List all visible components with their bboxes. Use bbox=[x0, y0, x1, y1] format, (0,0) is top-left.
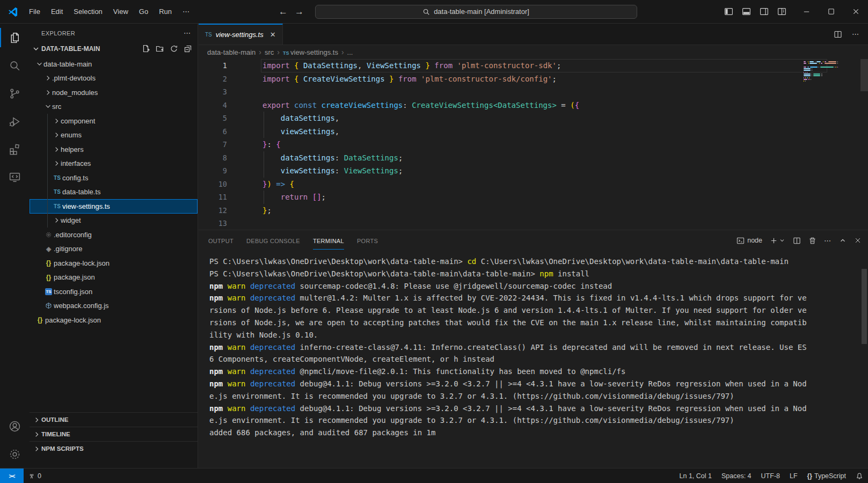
cursor-position[interactable]: Ln 1, Col 1 bbox=[675, 469, 717, 483]
activity-run-debug[interactable] bbox=[0, 107, 30, 135]
menu-item-run[interactable]: Run bbox=[154, 5, 177, 18]
tree-item[interactable]: {}package.json bbox=[30, 270, 198, 285]
minimap[interactable] bbox=[804, 61, 838, 84]
tree-item[interactable]: .plmt-devtools bbox=[30, 71, 198, 86]
terminal-shell-label: node bbox=[747, 237, 762, 244]
menu-item-edit[interactable]: Edit bbox=[46, 5, 68, 18]
code-line: 4export const createViewSettings: Create… bbox=[199, 99, 868, 112]
explorer-title: EXPLORER bbox=[41, 30, 75, 36]
remote-indicator[interactable]: >< bbox=[0, 469, 24, 483]
activity-account[interactable] bbox=[0, 412, 30, 440]
tree-item[interactable]: webpack.config.js bbox=[30, 299, 198, 313]
breadcrumb-separator: › bbox=[259, 48, 261, 56]
panel-tab-debug-console[interactable]: DEBUG CONSOLE bbox=[246, 232, 300, 250]
tree-item[interactable]: src bbox=[30, 100, 198, 114]
tree-item[interactable]: widget bbox=[30, 214, 198, 228]
split-editor-icon[interactable] bbox=[834, 30, 842, 39]
status-bar-right: Ln 1, Col 1Spaces: 4UTF-8LF{}TypeScript bbox=[675, 469, 868, 483]
tree-item[interactable]: TSview-settings.ts bbox=[30, 199, 198, 214]
kill-terminal-icon[interactable] bbox=[808, 237, 816, 245]
panel-more-icon[interactable]: ⋯ bbox=[824, 237, 831, 245]
breadcrumb-item[interactable]: data-table-main bbox=[207, 48, 256, 56]
menu-more-button[interactable]: ⋯ bbox=[177, 5, 195, 18]
line-number: 12 bbox=[199, 204, 227, 217]
tree-item[interactable]: .editorconfig bbox=[30, 228, 198, 242]
eol-label: LF bbox=[790, 472, 798, 480]
terminal-line: npm warn deprecated @npmcli/move-file@2.… bbox=[209, 365, 868, 378]
panel-tab-terminal[interactable]: TERMINAL bbox=[313, 232, 344, 250]
new-file-icon[interactable] bbox=[142, 45, 150, 53]
menu-item-go[interactable]: Go bbox=[134, 5, 154, 18]
indentation[interactable]: Spaces: 4 bbox=[717, 469, 756, 483]
editor-more-icon[interactable]: ⋯ bbox=[852, 30, 859, 38]
activity-source-control[interactable] bbox=[0, 79, 30, 107]
maximize-button[interactable] bbox=[819, 0, 843, 24]
editor-scrollbar[interactable] bbox=[860, 59, 868, 91]
activity-explorer[interactable] bbox=[0, 24, 30, 52]
radio-tower-icon bbox=[28, 472, 35, 480]
tree-item[interactable]: {}package-lock.json bbox=[30, 256, 198, 270]
activity-bar-top bbox=[0, 24, 30, 191]
tree-item[interactable]: component bbox=[30, 114, 198, 128]
tree-item[interactable]: helpers bbox=[30, 142, 198, 157]
code-line: 5 dataSettings, bbox=[199, 112, 868, 125]
ports-indicator[interactable]: 0 bbox=[24, 469, 46, 483]
tree-item[interactable]: TSconfig.ts bbox=[30, 171, 198, 185]
tab-view-settings[interactable]: TS view-settings.ts ✕ bbox=[199, 24, 283, 45]
menu-item-selection[interactable]: Selection bbox=[68, 5, 107, 18]
code-editor[interactable]: 1import { DataSettings, ViewSettings } f… bbox=[199, 59, 868, 230]
code-line: 6 viewSettings, bbox=[199, 125, 868, 138]
menu-item-file[interactable]: File bbox=[24, 5, 46, 18]
nav-forward-button[interactable]: → bbox=[291, 6, 308, 17]
close-panel-icon[interactable] bbox=[854, 237, 862, 244]
tree-item[interactable]: TSdata-table.ts bbox=[30, 185, 198, 200]
close-window-button[interactable] bbox=[843, 0, 868, 24]
encoding[interactable]: UTF-8 bbox=[756, 469, 785, 483]
panel-tab-ports[interactable]: PORTS bbox=[357, 232, 378, 250]
section-outline[interactable]: OUTLINE bbox=[30, 412, 198, 427]
command-center-search[interactable]: data-table-main [Administrator] bbox=[315, 5, 637, 19]
terminal-shell-item[interactable]: node bbox=[736, 237, 762, 245]
tree-item[interactable]: interfaces bbox=[30, 157, 198, 171]
breadcrumb-item[interactable]: ... bbox=[347, 48, 353, 56]
tree-item[interactable]: TStsconfig.json bbox=[30, 284, 198, 299]
activity-search[interactable] bbox=[0, 52, 30, 79]
tab-close-icon[interactable]: ✕ bbox=[270, 31, 276, 39]
language-mode[interactable]: {}TypeScript bbox=[803, 469, 851, 483]
breadcrumb-item[interactable]: src bbox=[265, 48, 274, 56]
activity-remote-explorer[interactable] bbox=[0, 163, 30, 191]
terminal-scrollbar[interactable] bbox=[862, 269, 867, 344]
notifications[interactable] bbox=[851, 469, 868, 483]
customize-layout-icon[interactable] bbox=[777, 7, 786, 16]
maximize-panel-icon[interactable] bbox=[839, 237, 847, 244]
workspace-section-header[interactable]: DATA-TABLE-MAIN bbox=[30, 42, 198, 55]
tree-item-label: widget bbox=[61, 216, 81, 224]
nav-back-button[interactable]: ← bbox=[275, 6, 291, 17]
new-folder-icon[interactable] bbox=[156, 45, 164, 53]
eol[interactable]: LF bbox=[785, 469, 803, 483]
tree-item[interactable]: node_modules bbox=[30, 85, 198, 100]
panel-tab-output[interactable]: OUTPUT bbox=[208, 232, 234, 250]
minimize-button[interactable] bbox=[794, 0, 819, 24]
tree-item[interactable]: ◈.gitignore bbox=[30, 242, 198, 257]
terminal-line: npm warn deprecated inferno-create-class… bbox=[209, 341, 868, 354]
collapse-all-icon[interactable] bbox=[184, 45, 192, 53]
tree-item[interactable]: {}package-lock.json bbox=[30, 313, 198, 327]
breadcrumb-item[interactable]: TS view-settings.ts bbox=[283, 48, 338, 56]
new-terminal-button[interactable] bbox=[770, 237, 785, 245]
explorer-more-button[interactable]: ⋯ bbox=[184, 29, 191, 37]
section-timeline[interactable]: TIMELINE bbox=[30, 427, 198, 441]
toggle-primary-sidebar-icon[interactable] bbox=[724, 7, 733, 16]
toggle-secondary-sidebar-icon[interactable] bbox=[760, 7, 769, 16]
tree-item[interactable]: data-table-main bbox=[30, 57, 198, 71]
split-terminal-icon[interactable] bbox=[793, 237, 801, 245]
section-npm-scripts[interactable]: NPM SCRIPTS bbox=[30, 441, 198, 456]
terminal-output[interactable]: PS C:\Users\lwkas\OneDrive\Desktop\work\… bbox=[199, 251, 868, 439]
tsconfig-file-icon: TS bbox=[43, 288, 54, 295]
activity-settings[interactable] bbox=[0, 440, 30, 468]
refresh-icon[interactable] bbox=[170, 45, 178, 53]
tree-item[interactable]: enums bbox=[30, 128, 198, 143]
menu-item-view[interactable]: View bbox=[108, 5, 134, 18]
activity-extensions[interactable] bbox=[0, 135, 30, 163]
toggle-panel-icon[interactable] bbox=[742, 7, 751, 16]
